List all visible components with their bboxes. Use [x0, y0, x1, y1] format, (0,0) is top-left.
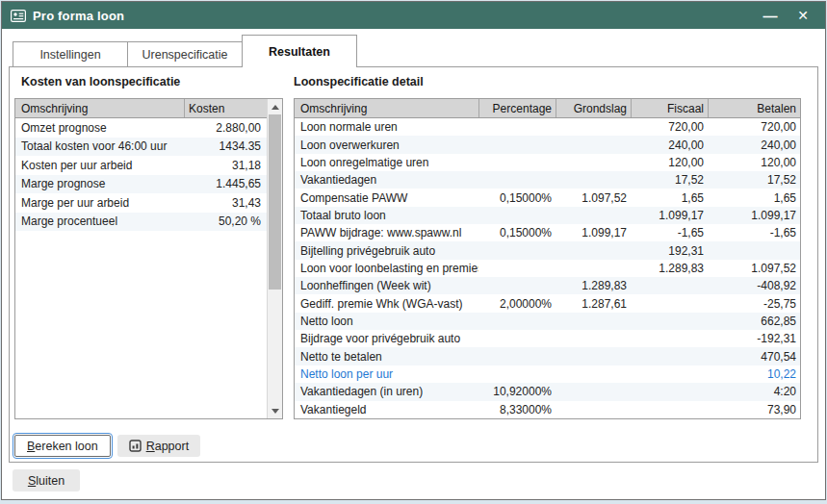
row-label: Loonheffingen (Week wit)	[295, 279, 478, 292]
row-label: Omzet prognose	[15, 121, 184, 135]
minimize-button[interactable]: —	[757, 4, 784, 27]
row-label: Bijdrage voor privégebruik auto	[295, 332, 478, 345]
table-row[interactable]: Totaal bruto loon 1.099,17 1.099,17	[295, 207, 800, 224]
row-betalen: 1.099,17	[708, 209, 800, 222]
row-kosten: 31,43	[184, 196, 267, 210]
row-betalen: 120,00	[708, 156, 800, 169]
table-row[interactable]: Omzet prognose 2.880,00	[15, 118, 267, 138]
row-betalen: 720,00	[708, 120, 800, 134]
table-row[interactable]: Loon overwerkuren 240,00 240,00	[295, 136, 800, 153]
kosten-table: Omschrijving Kosten Omzet prognose 2.880…	[14, 98, 283, 419]
row-label: Vakantiedagen	[295, 173, 478, 187]
row-label: Netto loon per uur	[295, 367, 478, 381]
row-label: Totaal bruto loon	[295, 209, 478, 222]
row-fiscaal: 120,00	[631, 156, 708, 169]
row-betalen: 240,00	[708, 139, 800, 152]
sluiten-button[interactable]: Sluiten	[13, 469, 80, 491]
row-betalen: 73,90	[708, 403, 800, 416]
row-betalen: 1,65	[708, 191, 800, 205]
rapport-button[interactable]: Rapport	[117, 435, 200, 457]
table-row[interactable]: Compensatie PAWW 0,15000% 1.097,52 1,65 …	[295, 189, 800, 206]
row-label: Totaal kosten voor 46:00 uur	[15, 139, 184, 153]
table-row[interactable]: Netto loon 662,85	[295, 313, 800, 330]
row-label: Kosten per uur arbeid	[15, 159, 184, 172]
table-row[interactable]: Vakantiegeld 8,33000% 73,90	[295, 401, 800, 418]
loonspecificatie-table-body: Loon normale uren 720,00 720,00 Loon ove…	[295, 118, 800, 418]
close-button[interactable]: ✕	[789, 4, 816, 27]
row-betalen: 470,54	[708, 350, 800, 364]
row-betalen: -408,92	[708, 279, 800, 292]
row-fiscaal: 240,00	[631, 139, 708, 152]
table-row[interactable]: Kosten per uur arbeid 31,18	[15, 156, 267, 175]
kosten-table-header: Omschrijving Kosten	[15, 99, 267, 118]
row-betalen: 1.097,52	[708, 262, 800, 275]
table-row[interactable]: Netto loon per uur 10,22	[295, 365, 800, 383]
row-grondslag: 1.289,83	[556, 279, 631, 292]
table-row[interactable]: Loon voor loonbelasting en premies 1.289…	[295, 260, 800, 277]
row-label: Netto te betalen	[295, 350, 478, 364]
table-row[interactable]: Marge procentueel 50,20 %	[15, 213, 267, 232]
loonspecificatie-table-header: Omschrijving Percentage Grondslag Fiscaa…	[295, 99, 800, 118]
bereken-loon-button[interactable]: Bereken loon	[14, 435, 111, 457]
scroll-down-arrow[interactable]	[268, 403, 282, 418]
row-percentage: 0,15000%	[478, 226, 556, 239]
row-betalen: -25,75	[708, 297, 800, 311]
tab[interactable]: Urenspecificatie	[127, 41, 243, 67]
column-header-betalen[interactable]: Betalen	[708, 99, 800, 117]
action-button-row: Bereken loon Rapport	[14, 435, 200, 457]
sluiten-label: Sluiten	[28, 474, 65, 488]
row-kosten: 1434.35	[184, 139, 267, 153]
table-row[interactable]: Loon onregelmatige uren 120,00 120,00	[295, 154, 800, 171]
row-label: Loon onregelmatige uren	[295, 156, 478, 169]
row-label: Loon voor loonbelasting en premies	[295, 262, 478, 275]
row-grondslag: 1.097,52	[556, 191, 631, 205]
row-label: Compensatie PAWW	[295, 191, 478, 205]
table-row[interactable]: Marge prognose 1.445,65	[15, 175, 267, 194]
bereken-loon-label: Bereken loon	[27, 440, 98, 453]
row-fiscaal: 1.099,17	[631, 209, 708, 222]
row-label: Loon normale uren	[295, 120, 478, 134]
table-row[interactable]: Netto te betalen 470,54	[295, 347, 800, 365]
table-row[interactable]: Bijdrage voor privégebruik auto -192,31	[295, 330, 800, 347]
row-betalen: -192,31	[708, 332, 800, 345]
window-title: Pro forma loon	[33, 9, 124, 23]
row-label: PAWW bijdrage: www.spaww.nl	[295, 226, 478, 239]
row-label: Bijtelling privégebruik auto	[295, 244, 478, 258]
table-row[interactable]: Gediff. premie Whk (WGA-vast) 2,00000% 1…	[295, 294, 800, 312]
column-header-kosten[interactable]: Kosten	[184, 99, 267, 117]
row-label: Marge procentueel	[15, 214, 184, 228]
table-row[interactable]: Marge per uur arbeid 31,43	[15, 193, 267, 213]
tab-bar: Instellingen Urenspecificatie Resultaten	[13, 35, 356, 67]
table-row[interactable]: Vakantiedagen (in uren) 10,92000% 4:20	[295, 383, 800, 400]
table-row[interactable]: Loon normale uren 720,00 720,00	[295, 118, 800, 136]
row-label: Marge prognose	[15, 177, 184, 190]
column-header-grondslag[interactable]: Grondslag	[556, 99, 631, 117]
table-row[interactable]: Totaal kosten voor 46:00 uur 1434.35	[15, 138, 267, 157]
row-fiscaal: -1,65	[631, 226, 708, 239]
column-header-omschrijving[interactable]: Omschrijving	[15, 99, 184, 117]
left-table-heading: Kosten van loonspecificatie	[21, 75, 180, 88]
row-percentage: 0,15000%	[478, 191, 556, 205]
row-kosten: 2.880,00	[184, 121, 267, 135]
table-row[interactable]: Vakantiedagen 17,52 17,52	[295, 171, 800, 189]
tab[interactable]: Instellingen	[13, 41, 128, 67]
right-table-heading: Loonspecificatie detail	[294, 75, 424, 88]
resultaten-panel: Kosten van loonspecificatie Loonspecific…	[9, 66, 818, 463]
column-header-omschrijving[interactable]: Omschrijving	[295, 99, 478, 117]
scrollbar-thumb[interactable]	[269, 114, 281, 290]
table-row[interactable]: Loonheffingen (Week wit) 1.289,83 -408,9…	[295, 277, 800, 294]
row-grondslag: 1.099,17	[556, 226, 631, 239]
table-row[interactable]: Bijtelling privégebruik auto 192,31	[295, 241, 800, 259]
scroll-up-arrow[interactable]	[268, 99, 282, 114]
column-header-fiscaal[interactable]: Fiscaal	[631, 99, 708, 117]
tab[interactable]: Resultaten	[242, 35, 357, 67]
row-kosten: 31,18	[184, 159, 267, 172]
table-row[interactable]: PAWW bijdrage: www.spaww.nl 0,15000% 1.0…	[295, 224, 800, 241]
row-percentage: 2,00000%	[478, 297, 556, 311]
row-label: Gediff. premie Whk (WGA-vast)	[295, 297, 478, 311]
column-header-percentage[interactable]: Percentage	[478, 99, 556, 117]
row-fiscaal: 720,00	[631, 120, 708, 134]
row-fiscaal: 1,65	[631, 191, 708, 205]
row-betalen: 662,85	[708, 315, 800, 328]
vertical-scrollbar[interactable]	[267, 99, 282, 418]
